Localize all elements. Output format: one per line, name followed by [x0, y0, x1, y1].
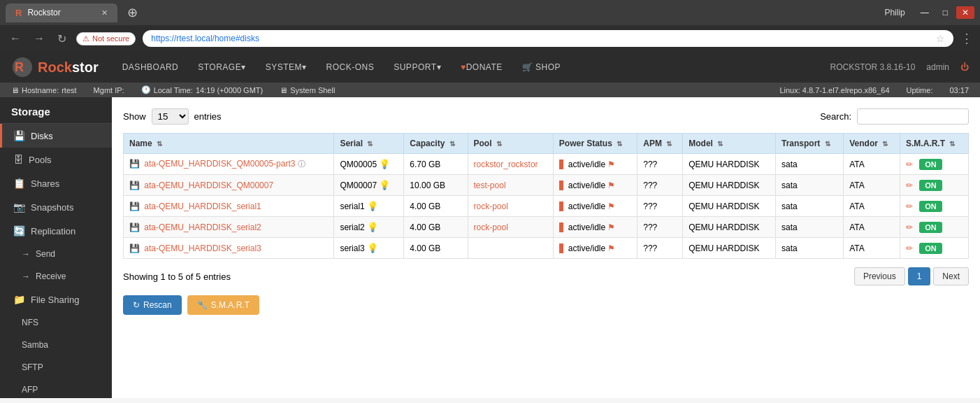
- col-capacity[interactable]: Capacity ⇅: [404, 134, 468, 154]
- url-bar[interactable]: https://rtest.local/home#disks ☆: [143, 30, 953, 47]
- col-apm[interactable]: APM ⇅: [637, 134, 683, 154]
- show-entries: Show 15 10 25 50 100 entries: [123, 108, 222, 125]
- disk-icon: 💾: [129, 243, 140, 253]
- new-tab-button[interactable]: ⊕: [123, 5, 142, 20]
- bulb-icon: 💡: [379, 159, 390, 169]
- sidebar-nfs-label: NFS: [22, 318, 38, 327]
- time-label: Local Time:: [154, 86, 193, 94]
- edit-icon[interactable]: ✏: [906, 181, 913, 190]
- nav-system[interactable]: SYSTEM: [256, 52, 317, 83]
- show-label: Show: [123, 111, 146, 122]
- capacity-cell: 6.70 GB: [404, 154, 468, 175]
- transport-cell: sata: [775, 196, 843, 217]
- sidebar-item-afp[interactable]: AFP: [0, 379, 112, 398]
- page-1-button[interactable]: 1: [908, 267, 931, 285]
- power-icon[interactable]: ⏻: [960, 62, 969, 72]
- status-right: Linux: 4.8.7-1.el7.elrepo.x86_64 Uptime:…: [779, 86, 969, 94]
- col-transport[interactable]: Transport ⇅: [775, 134, 843, 154]
- back-button[interactable]: ←: [7, 31, 24, 46]
- search-input[interactable]: [857, 108, 969, 125]
- extensions-menu-button[interactable]: ⋮: [960, 31, 973, 46]
- forward-button[interactable]: →: [31, 31, 48, 46]
- nav-donate[interactable]: ♥ DONATE: [451, 52, 512, 83]
- disk-name-link[interactable]: ata-QEMU_HARDDISK_QM00005-part3: [144, 159, 295, 169]
- transport-cell: sata: [775, 154, 843, 175]
- hostname-label: Hostname:: [22, 86, 59, 94]
- sidebar-item-samba[interactable]: Samba: [0, 334, 112, 356]
- disk-name-link[interactable]: ata-QEMU_HARDDISK_serial2: [144, 222, 261, 232]
- nav-rockons[interactable]: ROCK-ONS: [317, 52, 384, 83]
- serial-cell: serial2 💡: [334, 217, 404, 238]
- sidebar-item-receive[interactable]: → Receive: [0, 265, 112, 288]
- sidebar: Storage 💾 Disks 🗄 Pools 📋 Shares 📷 Snaps…: [0, 97, 112, 398]
- nav-support[interactable]: SUPPORT: [384, 52, 451, 83]
- power-status-cell: active/idle ⚑: [553, 175, 637, 196]
- action-buttons: ↻ Rescan 🔧 S.M.A.R.T: [123, 295, 969, 315]
- power-status-cell: active/idle ⚑: [553, 196, 637, 217]
- sidebar-item-nfs[interactable]: NFS: [0, 311, 112, 334]
- edit-icon[interactable]: ✏: [906, 160, 913, 169]
- clock-icon: 🕐: [141, 85, 151, 94]
- smart-cell: ✏ ON: [900, 217, 968, 238]
- bookmark-icon[interactable]: ☆: [936, 33, 945, 44]
- col-model[interactable]: Model ⇅: [683, 134, 776, 154]
- col-pool[interactable]: Pool ⇅: [468, 134, 553, 154]
- sidebar-item-disks[interactable]: 💾 Disks: [0, 124, 112, 148]
- address-bar-area: ← → ↻ ⚠ Not secure https://rtest.local/h…: [0, 25, 980, 52]
- rescan-button[interactable]: ↻ Rescan: [123, 295, 182, 315]
- uptime-label: Uptime:: [907, 86, 933, 94]
- model-cell: QEMU HARDDISK: [683, 154, 776, 175]
- col-vendor[interactable]: Vendor ⇅: [844, 134, 900, 154]
- apm-cell: ???: [637, 154, 683, 175]
- pool-link[interactable]: rock-pool: [474, 222, 508, 232]
- app-logo: R Rockstor: [11, 56, 99, 78]
- power-bar-icon: [559, 202, 563, 211]
- close-button[interactable]: ✕: [956, 6, 974, 19]
- minimize-button[interactable]: —: [915, 6, 935, 19]
- next-button[interactable]: Next: [933, 267, 969, 285]
- pool-link[interactable]: test-pool: [474, 181, 506, 190]
- shell-status[interactable]: 🖥 System Shell: [280, 86, 335, 94]
- nav-storage[interactable]: STORAGE: [188, 52, 255, 83]
- pool-link[interactable]: rock-pool: [474, 202, 508, 211]
- capacity-cell: 10.00 GB: [404, 175, 468, 196]
- entries-select[interactable]: 15 10 25 50 100: [152, 108, 189, 125]
- table-row: 💾 ata-QEMU_HARDDISK_QM00007 QM00007 💡 10…: [124, 175, 969, 196]
- browser-tab[interactable]: R Rockstor ✕: [6, 3, 117, 22]
- sidebar-item-shares[interactable]: 📋 Shares: [0, 171, 112, 195]
- previous-button[interactable]: Previous: [854, 267, 905, 285]
- disk-name-link[interactable]: ata-QEMU_HARDDISK_serial3: [144, 243, 261, 253]
- smart-badge: ON: [919, 159, 942, 170]
- nav-right: ROCKSTOR 3.8.16-10 admin ⏻: [830, 62, 969, 72]
- sidebar-item-pools[interactable]: 🗄 Pools: [0, 148, 112, 171]
- sidebar-item-send[interactable]: → Send: [0, 243, 112, 265]
- sidebar-item-sftp[interactable]: SFTP: [0, 356, 112, 379]
- pool-link[interactable]: rockstor_rockstor: [474, 160, 538, 169]
- disk-name-cell: 💾 ata-QEMU_HARDDISK_QM00007: [124, 175, 334, 196]
- tab-close-button[interactable]: ✕: [101, 8, 108, 17]
- refresh-button[interactable]: ↻: [55, 31, 69, 47]
- sidebar-item-filesharing[interactable]: 📁 File Sharing: [0, 288, 112, 311]
- edit-icon[interactable]: ✏: [906, 202, 913, 211]
- col-smart[interactable]: S.M.A.R.T ⇅: [900, 134, 968, 154]
- nav-dashboard[interactable]: DASHBOARD: [113, 52, 189, 83]
- edit-icon[interactable]: ✏: [906, 222, 913, 232]
- col-serial[interactable]: Serial ⇅: [334, 134, 404, 154]
- edit-icon[interactable]: ✏: [906, 243, 913, 253]
- col-power-status[interactable]: Power Status ⇅: [553, 134, 637, 154]
- kernel-label: Linux: 4.8.7-1.el7.elrepo.x86_64: [779, 86, 889, 94]
- restore-button[interactable]: □: [937, 6, 953, 19]
- sidebar-item-snapshots[interactable]: 📷 Snapshots: [0, 195, 112, 219]
- power-status-cell: active/idle ⚑: [553, 217, 637, 238]
- disk-name-link[interactable]: ata-QEMU_HARDDISK_QM00007: [144, 181, 273, 190]
- disks-icon: 💾: [13, 130, 25, 141]
- sidebar-item-replication[interactable]: 🔄 Replication: [0, 219, 112, 243]
- sidebar-shares-label: Shares: [31, 178, 59, 189]
- disk-name-link[interactable]: ata-QEMU_HARDDISK_serial1: [144, 202, 261, 211]
- vendor-cell: ATA: [844, 238, 900, 259]
- col-name[interactable]: Name ⇅: [124, 134, 334, 154]
- power-bar-icon: [559, 160, 563, 169]
- nav-shop[interactable]: 🛒 SHOP: [512, 52, 570, 83]
- table-row: 💾 ata-QEMU_HARDDISK_serial3 serial3 💡 4.…: [124, 238, 969, 259]
- smart-button[interactable]: 🔧 S.M.A.R.T: [187, 295, 259, 315]
